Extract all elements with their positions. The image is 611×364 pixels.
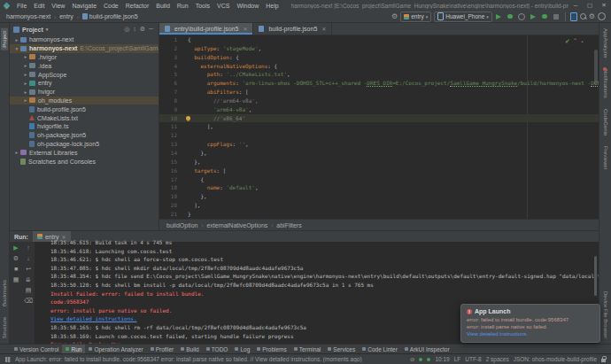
scroll-to-end-icon[interactable]: ⇊ — [26, 276, 31, 283]
toolwindow-button-todo[interactable]: TODO — [203, 345, 232, 353]
fold-gutter[interactable] — [181, 201, 188, 210]
sync-settings-icon[interactable]: ⚙ — [391, 12, 398, 20]
chevron-collapsed-icon[interactable]: ▸ — [22, 89, 29, 95]
console-scrollbar[interactable] — [594, 256, 597, 296]
fold-gutter[interactable] — [181, 44, 188, 53]
rerun-button[interactable]: ▶ — [13, 244, 18, 252]
file-type[interactable]: JSON: ohos-module-build-profile — [514, 356, 597, 362]
fold-gutter[interactable] — [181, 97, 188, 105]
toolwindow-button-build[interactable]: Build — [177, 345, 202, 353]
settings-icon[interactable]: ⚙ — [138, 26, 147, 33]
line-number[interactable]: 1 — [159, 35, 181, 44]
chevron-collapsed-icon[interactable]: ▸ — [13, 150, 20, 155]
toolwindow-button-log[interactable]: Log — [231, 345, 253, 353]
line-number[interactable]: 20 — [159, 201, 181, 210]
tree-item-build-profile-json5[interactable]: build-profile.json5 — [10, 105, 159, 113]
tree-item-cmakelists-txt[interactable]: CMakeLists.txt — [10, 113, 159, 122]
line-number[interactable]: 8 — [159, 97, 181, 105]
toolwindow-button-code-linter[interactable]: Code Linter — [359, 345, 401, 353]
settings-gear-icon[interactable]: ⚙ — [589, 12, 595, 20]
code-breadcrumb-externalnativeoptions[interactable]: externalNativeOptions — [205, 222, 269, 228]
chevron-expanded-icon[interactable]: ▾ — [13, 46, 20, 51]
line-number[interactable]: 6 — [159, 79, 181, 88]
indent-setting[interactable]: 2 spaces — [486, 356, 509, 362]
toolwindow-button-arkui-inspector[interactable]: ArkUI Inspector — [401, 345, 453, 353]
fold-gutter[interactable] — [181, 105, 188, 114]
line-number[interactable]: 11 — [159, 122, 181, 131]
fold-gutter[interactable] — [181, 62, 188, 71]
attach-debugger-button[interactable] — [541, 12, 549, 20]
breadcrumb-build-profile-json5[interactable]: build-profile.json5 — [81, 13, 139, 19]
print-icon[interactable]: ▤ — [26, 287, 32, 294]
tool-stripe-codegenie[interactable]: CodeGenie — [603, 109, 608, 136]
tree-item-harmonyos-next[interactable]: ▾harmonyos-nextE:\Cocos_project\SamllGam… — [10, 44, 159, 53]
project-panel-title[interactable]: Project ▾ — [13, 27, 48, 33]
dump-icon[interactable]: ▦ — [13, 276, 19, 283]
menu-help[interactable]: Help — [262, 3, 282, 9]
fold-gutter[interactable] — [181, 140, 188, 149]
close-icon[interactable]: ✕ — [321, 26, 326, 32]
toolwindow-button-terminal[interactable]: Terminal — [290, 345, 325, 353]
toolwindow-button-services[interactable]: Services — [324, 345, 359, 353]
tool-stripe-structure[interactable]: Structure — [2, 317, 7, 338]
fold-gutter[interactable] — [181, 192, 188, 201]
chevron-collapsed-icon[interactable]: ▸ — [22, 81, 29, 86]
file-encoding[interactable]: UTF-8 — [465, 356, 481, 362]
tree-item-hvigor[interactable]: ▸hvigor — [10, 88, 159, 97]
toolwindow-button-profiler[interactable]: Profiler — [147, 345, 178, 353]
line-number[interactable]: 14 — [159, 149, 181, 158]
lock-icon[interactable] — [601, 359, 606, 362]
line-number[interactable]: 5 — [159, 70, 181, 79]
tree-item-entry[interactable]: ▸entry — [10, 79, 159, 88]
line-number[interactable]: 9 — [159, 105, 181, 114]
editor-tab-entry-build-profile-json5[interactable]: entry\build-profile.json5✕ — [159, 23, 253, 35]
menu-window[interactable]: Window — [233, 3, 262, 9]
menu-vcs[interactable]: VCS — [213, 3, 233, 9]
fold-gutter[interactable] — [181, 158, 188, 167]
profile-avatar[interactable] — [598, 12, 606, 20]
line-number[interactable]: 13 — [159, 140, 181, 149]
tree-item-hvigorfile-ts[interactable]: hvigorfile.ts — [10, 122, 159, 131]
fold-gutter[interactable] — [181, 149, 188, 158]
toolwindow-button-problems[interactable]: Problems — [253, 345, 290, 353]
edit-configuration-icon[interactable]: ⚙ — [13, 255, 19, 262]
line-number[interactable]: 2 — [159, 44, 181, 53]
device-manager-icon[interactable] — [570, 12, 577, 21]
tree-item-oh-package-json5[interactable]: oh-package.json5 — [10, 131, 159, 140]
fold-gutter[interactable] — [181, 167, 188, 175]
tool-stripe-previewer[interactable]: Previewer — [603, 146, 608, 170]
line-number[interactable]: 21 — [159, 210, 181, 219]
line-number[interactable]: 15 — [159, 158, 181, 167]
tool-stripe-device-file-browser[interactable]: Device File Browser — [603, 291, 608, 338]
tree-item-appscope[interactable]: ▸AppScope — [10, 70, 159, 79]
chevron-collapsed-icon[interactable]: ▸ — [13, 37, 20, 43]
line-number[interactable]: 10 — [159, 114, 181, 123]
menu-tools[interactable]: Tools — [192, 3, 213, 9]
minimize-button[interactable]: ─ — [568, 2, 583, 9]
tool-window-switcher-icon[interactable] — [5, 357, 11, 362]
notification-link[interactable]: View detailed instructions. — [467, 330, 594, 338]
menu-refactor[interactable]: Refactor — [122, 3, 152, 9]
tree-item-hvigor[interactable]: ▸.hvigor — [10, 53, 159, 62]
toolwindow-button-run[interactable]: Run — [62, 345, 85, 353]
code-breadcrumb-abifilters[interactable]: abiFilters — [275, 222, 303, 228]
tree-item-oh-package-lock-json5[interactable]: oh-package-lock.json5 — [10, 140, 159, 149]
chevron-collapsed-icon[interactable]: ▸ — [22, 63, 29, 68]
menu-navigate[interactable]: Navigate — [68, 3, 100, 9]
line-separator[interactable]: LF — [454, 356, 461, 362]
menu-run[interactable]: Run — [174, 3, 192, 9]
notification-balloon[interactable]: ! App Launch error: failed to install bu… — [460, 304, 600, 343]
tree-item-idea[interactable]: ▸.idea — [10, 61, 159, 70]
close-button[interactable]: ✕ — [597, 2, 611, 9]
tree-item-harmonyos-next[interactable]: ▸harmonyos-next — [10, 35, 159, 44]
line-number[interactable]: 7 — [159, 88, 181, 97]
toolwindow-button-operation-analyzer[interactable]: Operation Analyzer — [85, 345, 146, 353]
line-number[interactable]: 18 — [159, 183, 181, 192]
editor-area[interactable]: entry\build-profile.json5✕build-profile.… — [159, 23, 599, 230]
tree-item-external-libraries[interactable]: ▸External Libraries — [10, 148, 159, 157]
intention-bulb-icon[interactable] — [186, 116, 190, 120]
fold-gutter[interactable] — [181, 53, 188, 62]
down-stack-icon[interactable]: ↓ — [27, 255, 30, 262]
fold-gutter[interactable] — [181, 175, 188, 184]
search-icon[interactable] — [580, 13, 586, 19]
